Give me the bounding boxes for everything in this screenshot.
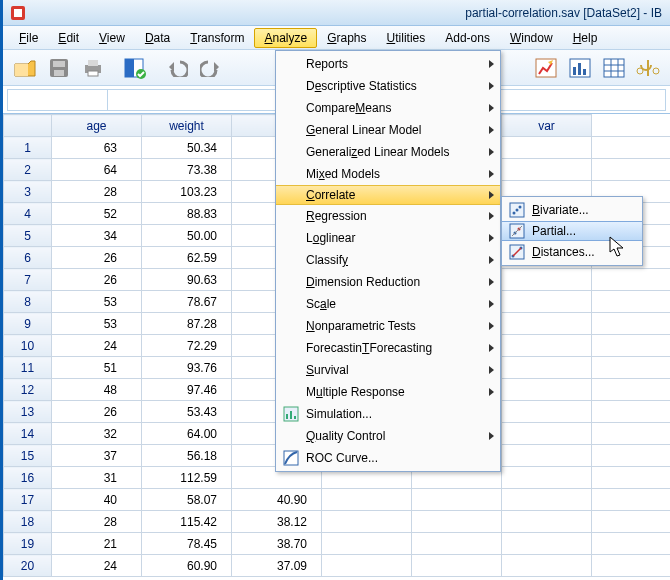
menu-item-general-linear-model[interactable]: General Linear Model xyxy=(276,119,500,141)
chart-icon-2[interactable] xyxy=(564,53,596,83)
cell[interactable] xyxy=(502,357,592,379)
menu-item-nonparametric-tests[interactable]: Nonparametric Tests xyxy=(276,315,500,337)
cell[interactable]: 53.43 xyxy=(142,401,232,423)
cell[interactable] xyxy=(502,555,592,577)
menu-view[interactable]: View xyxy=(89,28,135,48)
row-number[interactable]: 7 xyxy=(4,269,52,291)
cell[interactable] xyxy=(502,379,592,401)
cell[interactable] xyxy=(592,335,671,357)
cell[interactable] xyxy=(502,423,592,445)
undo-icon[interactable] xyxy=(161,53,193,83)
menu-item-scale[interactable]: Scale xyxy=(276,293,500,315)
cell[interactable] xyxy=(322,489,412,511)
menu-item-simulation[interactable]: Simulation... xyxy=(276,403,500,425)
cell[interactable] xyxy=(322,555,412,577)
cell[interactable] xyxy=(502,489,592,511)
row-number[interactable]: 6 xyxy=(4,247,52,269)
row-number[interactable]: 14 xyxy=(4,423,52,445)
cell[interactable] xyxy=(502,401,592,423)
submenu-item-distances[interactable]: Distances... xyxy=(502,241,642,263)
cell[interactable] xyxy=(592,401,671,423)
cell[interactable]: 31 xyxy=(52,467,142,489)
cell[interactable]: 40 xyxy=(52,489,142,511)
menu-transform[interactable]: Transform xyxy=(180,28,254,48)
cell[interactable]: 50.00 xyxy=(142,225,232,247)
cell[interactable] xyxy=(592,445,671,467)
menu-analyze[interactable]: Analyze xyxy=(254,28,317,48)
menu-item-roc-curve[interactable]: ROC Curve... xyxy=(276,447,500,469)
menu-edit[interactable]: Edit xyxy=(48,28,89,48)
correlate-submenu[interactable]: Bivariate...Partial...Distances... xyxy=(501,196,643,266)
cell[interactable] xyxy=(502,335,592,357)
menu-item-quality-control[interactable]: Quality Control xyxy=(276,425,500,447)
cell[interactable] xyxy=(502,137,592,159)
row-number[interactable]: 17 xyxy=(4,489,52,511)
row-number[interactable]: 13 xyxy=(4,401,52,423)
cell[interactable]: 73.38 xyxy=(142,159,232,181)
row-number[interactable]: 2 xyxy=(4,159,52,181)
cell[interactable]: 38.12 xyxy=(232,511,322,533)
datasheet-icon[interactable] xyxy=(119,53,151,83)
cell[interactable]: 60.90 xyxy=(142,555,232,577)
row-number[interactable]: 4 xyxy=(4,203,52,225)
submenu-item-partial[interactable]: Partial... xyxy=(502,221,642,241)
cell[interactable]: 38.70 xyxy=(232,533,322,555)
cell[interactable] xyxy=(592,379,671,401)
cell[interactable] xyxy=(502,313,592,335)
menu-item-descriptive-statistics[interactable]: Descriptive Statistics xyxy=(276,75,500,97)
cell[interactable]: 112.59 xyxy=(142,467,232,489)
scale-icon[interactable] xyxy=(632,53,664,83)
cell[interactable]: 63 xyxy=(52,137,142,159)
cell[interactable] xyxy=(502,291,592,313)
table-row[interactable]: 192178.4538.70 xyxy=(4,533,671,555)
cell[interactable]: 24 xyxy=(52,555,142,577)
menu-utilities[interactable]: Utilities xyxy=(377,28,436,48)
cell[interactable]: 88.83 xyxy=(142,203,232,225)
cell[interactable]: 32 xyxy=(52,423,142,445)
cell[interactable]: 53 xyxy=(52,291,142,313)
cell[interactable]: 37 xyxy=(52,445,142,467)
cell[interactable] xyxy=(592,137,671,159)
redo-icon[interactable] xyxy=(195,53,227,83)
menu-item-survival[interactable]: Survival xyxy=(276,359,500,381)
cell[interactable] xyxy=(322,533,412,555)
cell[interactable] xyxy=(592,357,671,379)
cell[interactable]: 93.76 xyxy=(142,357,232,379)
row-number[interactable]: 20 xyxy=(4,555,52,577)
cell[interactable]: 51 xyxy=(52,357,142,379)
cell[interactable]: 34 xyxy=(52,225,142,247)
row-number[interactable]: 18 xyxy=(4,511,52,533)
cell[interactable] xyxy=(502,467,592,489)
cell[interactable] xyxy=(592,423,671,445)
cell[interactable]: 28 xyxy=(52,511,142,533)
menu-window[interactable]: Window xyxy=(500,28,563,48)
menu-item-dimension-reduction[interactable]: Dimension Reduction xyxy=(276,271,500,293)
cell[interactable]: 115.42 xyxy=(142,511,232,533)
menu-item-generalized-linear-models[interactable]: Generalized Linear Models xyxy=(276,141,500,163)
cell[interactable] xyxy=(592,291,671,313)
cell[interactable]: 40.90 xyxy=(232,489,322,511)
chart-icon-1[interactable] xyxy=(530,53,562,83)
cell[interactable]: 28 xyxy=(52,181,142,203)
row-number[interactable]: 3 xyxy=(4,181,52,203)
cell[interactable]: 64 xyxy=(52,159,142,181)
submenu-item-bivariate[interactable]: Bivariate... xyxy=(502,199,642,221)
column-header[interactable]: age xyxy=(52,115,142,137)
cell[interactable] xyxy=(592,269,671,291)
cell[interactable]: 26 xyxy=(52,269,142,291)
cell[interactable]: 78.67 xyxy=(142,291,232,313)
cell[interactable]: 21 xyxy=(52,533,142,555)
cell[interactable] xyxy=(502,445,592,467)
cell[interactable] xyxy=(412,489,502,511)
row-number[interactable]: 12 xyxy=(4,379,52,401)
cell[interactable] xyxy=(412,533,502,555)
cell[interactable]: 58.07 xyxy=(142,489,232,511)
grid-icon[interactable] xyxy=(598,53,630,83)
cell[interactable] xyxy=(502,511,592,533)
cell[interactable]: 78.45 xyxy=(142,533,232,555)
cell[interactable]: 26 xyxy=(52,247,142,269)
cell[interactable] xyxy=(592,533,671,555)
cell[interactable]: 72.29 xyxy=(142,335,232,357)
row-number[interactable]: 8 xyxy=(4,291,52,313)
cell[interactable]: 64.00 xyxy=(142,423,232,445)
